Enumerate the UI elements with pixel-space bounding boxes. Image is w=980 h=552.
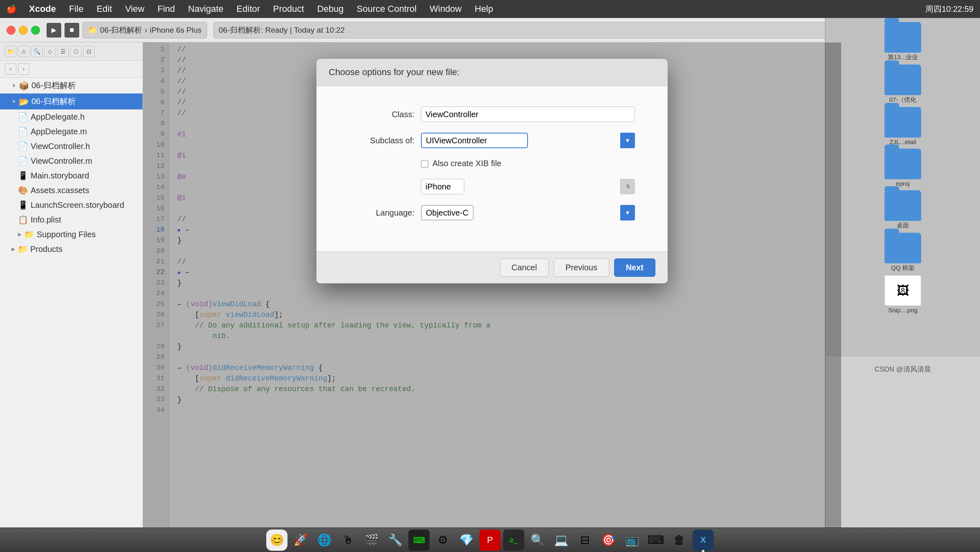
minimize-window-button[interactable] (19, 26, 28, 35)
maximize-window-button[interactable] (31, 26, 40, 35)
language-select-arrow: ▼ (620, 205, 635, 220)
menu-help[interactable]: Help (472, 3, 496, 15)
class-row: Class: (349, 107, 635, 122)
sidebar-item-main-storyboard[interactable]: 📱 Main.storyboard (0, 168, 143, 183)
sidebar-item-label: Assets.xcassets (31, 186, 89, 195)
sidebar-item-info-plist[interactable]: 📋 Info.plist (0, 212, 143, 227)
folder-item-4[interactable]: eproj (884, 149, 921, 187)
dock-keyboard[interactable]: ⌨ (645, 530, 666, 551)
dock-vmware[interactable]: 💻 (550, 530, 572, 551)
dock-iterm[interactable]: ≥_ (503, 530, 524, 551)
dock-tools[interactable]: 🔧 (385, 530, 406, 551)
previous-button[interactable]: Previous (554, 258, 609, 277)
dock-settings[interactable]: ⚙ (432, 530, 453, 551)
sidebar-item-label: Products (30, 245, 62, 254)
menu-file[interactable]: File (67, 3, 86, 15)
bottom-label: CSDN @清风清晨 (830, 361, 976, 374)
menu-window[interactable]: Window (427, 3, 464, 15)
dock-safari[interactable]: 🌐 (314, 530, 335, 551)
editor-area: 1 2 3 4 5 6 7 8 9 10 11 12 13 14 15 16 1… (143, 42, 841, 528)
dock-xcode[interactable]: X (693, 530, 714, 551)
sidebar-git-btn[interactable]: ◇ (44, 46, 56, 57)
dock-parallels[interactable]: ⊟ (574, 530, 595, 551)
status-bar: 06-归档解析: Ready | Today at 10:22 (214, 22, 920, 38)
sidebar-folder-btn[interactable]: 📁 (5, 46, 16, 57)
sidebar-back-btn[interactable]: ‹ (5, 63, 16, 75)
sidebar-item-assets[interactable]: 🎨 Assets.xcassets (0, 183, 143, 198)
menu-xcode[interactable]: Xcode (27, 3, 58, 15)
project-icon: 📁 (88, 25, 98, 35)
run-button[interactable]: ▶ (47, 23, 61, 38)
sidebar-item-products[interactable]: ▶ 📁 Products (0, 242, 143, 256)
sidebar-item-viewcontroller-m[interactable]: 📄 ViewController.m (0, 154, 143, 168)
subclass-select-wrapper: UIViewController UITableViewController U… (421, 133, 635, 148)
folder-item-6[interactable]: QQ 框架 (884, 233, 921, 272)
xib-label: Also create XIB file (432, 159, 501, 168)
menubar-right: 周四10:22:59 (925, 4, 973, 15)
dock-powerpoint[interactable]: P (479, 530, 501, 551)
menu-navigate[interactable]: Navigate (186, 3, 226, 15)
device-row: iPhone iPad Universal ⇅ (349, 179, 635, 194)
file-item-png[interactable]: 🖼 Snip....png (884, 275, 921, 314)
subclass-select[interactable]: UIViewController UITableViewController U… (421, 133, 528, 148)
main-layout: 📁 ⚠ 🔍 ◇ ☰ ⬡ ⊡ ‹ › ▼ 📦 06-归档解析 ▼ 📂 06-归档解… (0, 42, 980, 528)
device-select[interactable]: iPhone iPad Universal (421, 179, 464, 194)
dock-sketch[interactable]: 💎 (456, 530, 477, 551)
folder-item-1[interactable]: 第13...业业 (884, 22, 921, 61)
class-input[interactable] (421, 107, 635, 122)
menu-editor[interactable]: Editor (234, 3, 262, 15)
xib-checkbox[interactable] (421, 160, 428, 167)
dock-app2[interactable]: 📺 (621, 530, 643, 551)
stop-button[interactable]: ■ (65, 23, 79, 38)
language-row: Language: Objective-C Swift ▼ (349, 205, 635, 220)
sidebar-report-btn[interactable]: ⊡ (83, 46, 95, 57)
sidebar-symbol-btn[interactable]: 🔍 (31, 46, 42, 57)
dock-finder[interactable]: 😊 (266, 530, 287, 551)
sidebar-item-project[interactable]: ▼ 📦 06-归档解析 (0, 78, 143, 93)
file-icon: 📄 (18, 112, 28, 122)
menu-source-control[interactable]: Source Control (354, 3, 419, 15)
sidebar-search-btn[interactable]: ⚠ (18, 46, 29, 57)
breadcrumb[interactable]: 📁 06-归档解析 › iPhone 6s Plus (82, 22, 207, 38)
menu-edit[interactable]: Edit (94, 3, 114, 15)
xib-checkbox-row: Also create XIB file (421, 159, 635, 168)
dialog-title: Choose options for your new file: (329, 67, 459, 77)
next-button[interactable]: Next (614, 258, 655, 277)
dock-launchpad[interactable]: 🚀 (290, 530, 311, 551)
far-right-bottom: CSDN @清风清晨 (826, 356, 980, 528)
cancel-button[interactable]: Cancel (500, 258, 549, 277)
dock-terminal[interactable]: ⌨ (408, 530, 430, 551)
folder-item-5[interactable]: 桌面 (884, 190, 921, 229)
dock-media[interactable]: 🎬 (361, 530, 382, 551)
menu-product[interactable]: Product (271, 3, 307, 15)
folder-icon: 📁 (24, 229, 34, 239)
sidebar-log-btn[interactable]: ☰ (57, 46, 69, 57)
menu-view[interactable]: View (122, 3, 147, 15)
apple-menu[interactable]: 🍎 (7, 4, 17, 14)
sidebar-breakpoint-btn[interactable]: ⬡ (70, 46, 82, 57)
device-select-arrow: ⇅ (620, 179, 635, 194)
menu-find[interactable]: Find (155, 3, 178, 15)
dock-preview[interactable]: 🔍 (527, 530, 548, 551)
language-select[interactable]: Objective-C Swift (421, 205, 474, 220)
close-window-button[interactable] (7, 26, 16, 35)
far-right-panel: 第13...业业 07-（优化 ZJL...etail eproj 桌面 (825, 18, 980, 528)
sidebar-item-viewcontroller-h[interactable]: 📄 ViewController.h (0, 139, 143, 154)
dock-mouse[interactable]: 🖱 (337, 530, 359, 551)
folder-item-3[interactable]: ZJL...etail (884, 107, 921, 145)
sidebar-item-label: Info.plist (31, 215, 61, 225)
folder-item-2[interactable]: 07-（优化 (884, 65, 921, 104)
sidebar-item-appdelegate-h[interactable]: 📄 AppDelegate.h (0, 109, 143, 124)
folder-icon: 📁 (18, 244, 28, 254)
sidebar-item-supporting-files[interactable]: ▶ 📁 Supporting Files (0, 227, 143, 242)
menu-debug[interactable]: Debug (315, 3, 346, 15)
folder-label-6: QQ 框架 (891, 264, 915, 272)
sidebar-item-appdelegate-m[interactable]: 📄 AppDelegate.m (0, 124, 143, 139)
dock-trash[interactable]: 🗑 (669, 530, 690, 551)
language-label: Language: (349, 208, 414, 218)
sidebar: 📁 ⚠ 🔍 ◇ ☰ ⬡ ⊡ ‹ › ▼ 📦 06-归档解析 ▼ 📂 06-归档解… (0, 42, 143, 528)
dock-app1[interactable]: 🎯 (598, 530, 619, 551)
sidebar-item-launchscreen[interactable]: 📱 LaunchScreen.storyboard (0, 198, 143, 212)
sidebar-forward-btn[interactable]: › (18, 63, 29, 75)
sidebar-item-folder[interactable]: ▼ 📂 06-归档解析 (0, 93, 143, 109)
